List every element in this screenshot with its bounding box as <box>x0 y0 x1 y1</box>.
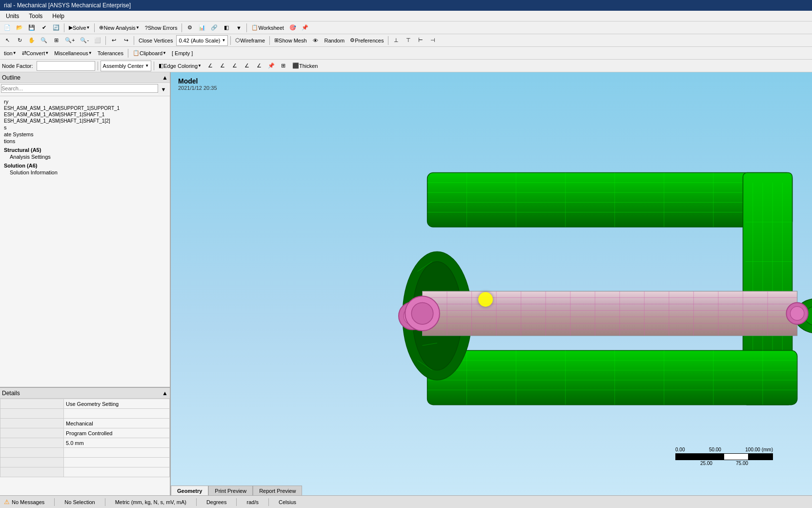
refresh-btn[interactable]: 🔄 <box>51 22 61 33</box>
auto-scale-dropdown[interactable]: 0.42 (Auto Scale) ▼ <box>176 35 228 46</box>
edge-coloring-btn[interactable]: ◧ Edge Coloring ▼ <box>157 61 203 71</box>
new-analysis-btn[interactable]: ⊕ New Analysis ▼ <box>97 22 141 33</box>
tree-item-1[interactable]: ESH_ASM_ASM_1_ASM|SUPPORT_1|SUPPORT_1 <box>2 105 168 111</box>
viewport[interactable]: Model 2021/1/12 20:35 <box>171 72 812 495</box>
pin-btn[interactable]: 📌 <box>266 61 277 71</box>
tree-item-5[interactable]: ate Systems <box>2 131 168 138</box>
tree-item-9[interactable]: Solution (A6) <box>2 162 168 169</box>
props-row-3: Program Controlled <box>0 428 170 438</box>
props-key-2 <box>0 419 64 428</box>
open-btn[interactable]: 📂 <box>14 22 25 33</box>
align-btn-1[interactable]: ⊥ <box>391 35 402 46</box>
props-row-2: Mechanical <box>0 419 170 428</box>
check-btn[interactable]: ✔ <box>39 22 49 33</box>
pan-btn[interactable]: ✋ <box>26 35 37 46</box>
clipboard-icon: 📋 <box>133 50 140 56</box>
tree-search-input[interactable] <box>1 84 158 93</box>
worksheet-btn[interactable]: 📋 Worksheet <box>249 22 285 33</box>
zoom-box-btn[interactable]: ⬜ <box>92 35 103 46</box>
tree-item-6[interactable]: tions <box>2 138 168 145</box>
props-val-5 <box>64 448 170 458</box>
angle-btn-5[interactable]: ∠ <box>254 61 264 71</box>
props-row-0: Use Geometry Setting <box>0 399 170 409</box>
icon-btn-f[interactable]: 🎯 <box>287 22 298 33</box>
close-vertices-btn[interactable]: Close Vertices <box>137 35 175 46</box>
angle-btn-3[interactable]: ∠ <box>229 61 240 71</box>
show-errors-btn[interactable]: ? Show Errors <box>143 22 180 33</box>
solve-icon: ▶ <box>69 24 73 31</box>
tree-filter-btn[interactable]: ▼ <box>158 84 169 95</box>
node-factor-input[interactable] <box>37 61 95 71</box>
tree-item-3[interactable]: ESH_ASM_ASM_1_ASM|SHAFT_1|SHAFT_1[2] <box>2 118 168 124</box>
wireframe-icon: ⬡ <box>235 37 240 43</box>
model-date: 2021/1/12 20:35 <box>178 85 217 91</box>
align-btn-4[interactable]: ⊣ <box>427 35 438 46</box>
tree-item-4[interactable]: s <box>2 124 168 131</box>
scale-mid-0 <box>675 461 677 466</box>
icon-btn-d[interactable]: ◧ <box>221 22 232 33</box>
degrees-label: Degrees <box>206 499 227 505</box>
thicken-btn[interactable]: ⬛ Thicken <box>290 61 320 71</box>
menu-units[interactable]: Units <box>2 12 23 21</box>
wireframe-btn[interactable]: ⬡ Wireframe <box>233 35 267 46</box>
tolerances-btn[interactable]: Tolerances <box>96 48 125 59</box>
redo-btn[interactable]: ↪ <box>121 35 131 46</box>
tab-geometry[interactable]: Geometry <box>171 486 208 495</box>
tree-item-0[interactable]: ry <box>2 98 168 105</box>
props-collapse-icon[interactable]: ▲ <box>162 390 168 397</box>
save-btn[interactable]: 💾 <box>26 22 37 33</box>
zoom-fit-btn[interactable]: ⊞ <box>51 35 61 46</box>
status-sep-4 <box>236 498 237 506</box>
props-key-0 <box>0 399 64 409</box>
props-val-7 <box>64 467 170 477</box>
icon-btn-b[interactable]: 📊 <box>197 22 207 33</box>
model-3d-view[interactable] <box>171 72 812 495</box>
convert-btn[interactable]: ⇄ Convert ▼ <box>20 48 51 59</box>
tion-btn[interactable]: tion ▼ <box>2 48 19 59</box>
scale-mid-3 <box>771 461 773 466</box>
props-val-6 <box>64 458 170 467</box>
random-btn[interactable]: Random <box>323 35 347 46</box>
temp-label: Celsius <box>279 499 296 505</box>
icon-btn-e[interactable]: ▼ <box>233 22 244 33</box>
view-btn[interactable]: 👁 <box>310 35 321 46</box>
tree-item-2[interactable]: ESH_ASM_ASM_1_ASM|SHAFT_1|SHAFT_1 <box>2 111 168 118</box>
tree-item-10[interactable]: Solution Information <box>2 169 168 176</box>
worksheet-icon: 📋 <box>251 24 258 31</box>
zoom-in-btn[interactable]: 🔍+ <box>63 35 77 46</box>
undo-btn[interactable]: ↩ <box>108 35 119 46</box>
scale-icon-btn[interactable]: ⊞ <box>278 61 289 71</box>
misc-btn[interactable]: Miscellaneous ▼ <box>52 48 94 59</box>
angle-btn-2[interactable]: ∠ <box>217 61 228 71</box>
tab-print-preview[interactable]: Print Preview <box>208 486 253 495</box>
scale-val-0: 0.00 <box>675 447 685 452</box>
tree-item-7[interactable]: Structural (A5) <box>2 147 168 153</box>
align-btn-3[interactable]: ⊢ <box>415 35 426 46</box>
sep1 <box>64 23 64 32</box>
menu-tools[interactable]: Tools <box>25 12 46 21</box>
empty-btn[interactable]: [ Empty ] <box>170 48 195 59</box>
zoom-out-btn[interactable]: 🔍- <box>78 35 91 46</box>
preferences-btn[interactable]: ⚙ Preferences <box>348 35 386 46</box>
new-btn[interactable]: 📄 <box>2 22 13 33</box>
title-bar: rial - Mechanical [ANSYS Mechanical Ente… <box>0 0 812 11</box>
tab-report-preview[interactable]: Report Preview <box>253 486 302 495</box>
zoom-btn[interactable]: 🔍 <box>39 35 49 46</box>
left-panel: Outline ▲ ▼ ry ESH_ASM_ASM_1_ASM|SUPPORT… <box>0 72 171 495</box>
tree-item-8[interactable]: Analysis Settings <box>2 153 168 160</box>
icon-btn-c[interactable]: 🔗 <box>209 22 220 33</box>
tree-collapse-icon[interactable]: ▲ <box>162 74 168 81</box>
angle-btn-1[interactable]: ∠ <box>205 61 216 71</box>
assembly-center-dropdown[interactable]: Assembly Center ▼ <box>101 61 152 71</box>
icon-btn-g[interactable]: 📌 <box>300 22 310 33</box>
angle-btn-4[interactable]: ∠ <box>242 61 252 71</box>
align-btn-2[interactable]: ⊤ <box>403 35 414 46</box>
mesh-icon: ⊞ <box>274 37 279 43</box>
rotate-btn[interactable]: ↻ <box>14 35 25 46</box>
menu-help[interactable]: Help <box>48 12 68 21</box>
show-mesh-btn[interactable]: ⊞ Show Mesh <box>272 35 308 46</box>
select-btn[interactable]: ↖ <box>2 35 13 46</box>
solve-btn[interactable]: ▶ Solve ▼ <box>67 22 92 33</box>
icon-btn-a[interactable]: ⚙ <box>184 22 195 33</box>
clipboard-btn[interactable]: 📋 Clipboard ▼ <box>131 48 168 59</box>
